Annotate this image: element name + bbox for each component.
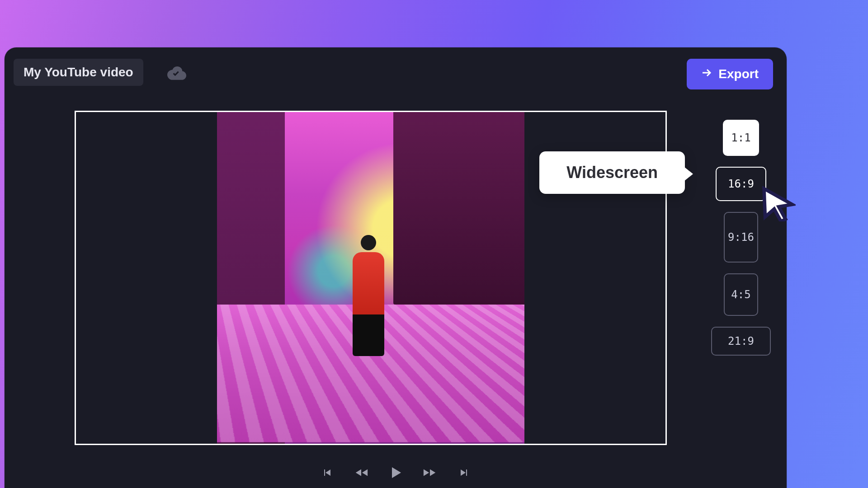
aspect-ratio-options: 1:1 16:9 9:16 4:5 21:9: [711, 120, 771, 356]
aspect-ratio-tooltip: Widescreen: [539, 151, 685, 194]
fast-forward-button[interactable]: [423, 465, 437, 480]
aspect-ratio-21-9[interactable]: 21:9: [711, 327, 771, 356]
aspect-ratio-16-9[interactable]: 16:9: [716, 167, 766, 201]
skip-end-button[interactable]: [457, 465, 472, 480]
aspect-ratio-9-16[interactable]: 9:16: [724, 212, 758, 263]
play-button[interactable]: [388, 465, 403, 480]
export-label: Export: [718, 67, 759, 81]
arrow-right-icon: [701, 67, 712, 81]
media-decor: [353, 252, 384, 356]
skip-start-button[interactable]: [320, 465, 334, 480]
export-button[interactable]: Export: [687, 59, 773, 89]
aspect-ratio-1-1[interactable]: 1:1: [723, 120, 759, 156]
video-editor-panel: My YouTube video Export Widescreen 1:1 1…: [5, 47, 787, 488]
rewind-button[interactable]: [354, 465, 368, 480]
playback-controls: [5, 465, 787, 480]
project-title[interactable]: My YouTube video: [14, 59, 143, 86]
aspect-ratio-4-5[interactable]: 4:5: [724, 273, 758, 316]
preview-media: [217, 112, 524, 444]
cursor-icon: [760, 185, 796, 221]
cloud-synced-icon: [167, 63, 186, 82]
